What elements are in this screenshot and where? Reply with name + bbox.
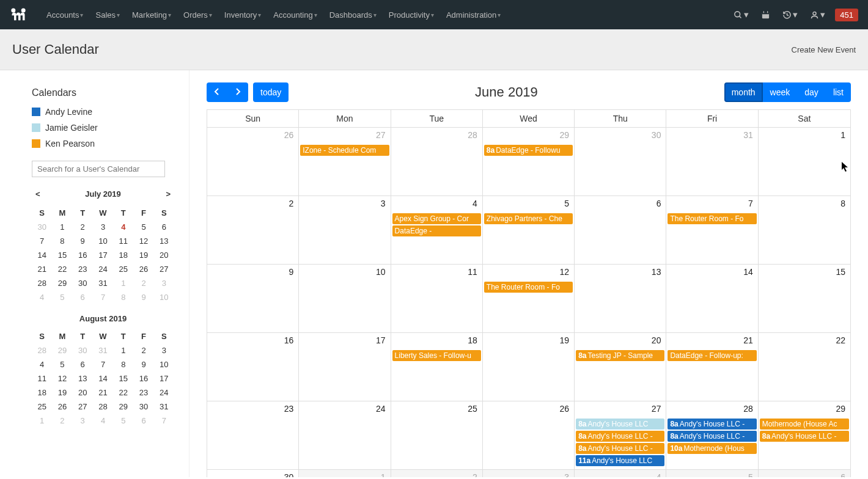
calendar-event[interactable]: 10aMothernode (Hous bbox=[668, 443, 756, 454]
mini-day[interactable]: 23 bbox=[73, 262, 93, 276]
mini-day[interactable]: 5 bbox=[133, 220, 153, 234]
mini-day[interactable]: 11 bbox=[32, 371, 52, 386]
calendar-event[interactable]: DataEdge - Follow-up: bbox=[668, 350, 756, 361]
mini-day[interactable]: 22 bbox=[52, 262, 72, 276]
mini-day[interactable]: 24 bbox=[93, 262, 113, 276]
mini-day[interactable]: 8 bbox=[113, 290, 133, 304]
mini-day[interactable]: 20 bbox=[154, 248, 174, 262]
day-cell[interactable]: 12The Router Room - Fo bbox=[483, 265, 575, 333]
mini-day[interactable]: 6 bbox=[154, 220, 174, 234]
mini-day[interactable]: 18 bbox=[32, 386, 52, 400]
mini-day[interactable]: 13 bbox=[154, 234, 174, 248]
day-cell[interactable]: 18Liberty Sales - Follow-u bbox=[391, 333, 483, 401]
mini-day[interactable]: 10 bbox=[154, 290, 174, 304]
day-cell[interactable]: 30 bbox=[575, 128, 666, 196]
calendar-event[interactable]: 8aDataEdge - Followu bbox=[484, 145, 573, 156]
mini-day[interactable]: 1 bbox=[113, 343, 133, 357]
mini-day[interactable]: 30 bbox=[73, 343, 93, 357]
mini-day[interactable]: 28 bbox=[93, 400, 113, 414]
day-cell[interactable]: 27IZone - Schedule Com bbox=[299, 128, 391, 196]
day-cell[interactable]: 21DataEdge - Follow-up: bbox=[666, 333, 758, 401]
day-cell[interactable]: 22 bbox=[759, 333, 850, 401]
mini-day[interactable]: 6 bbox=[73, 357, 93, 371]
mini-day[interactable]: 2 bbox=[133, 343, 153, 357]
day-cell[interactable]: 4Apex Sign Group - CorDataEdge - bbox=[391, 196, 483, 265]
mini-day[interactable]: 30 bbox=[73, 276, 93, 290]
mini-day[interactable]: 3 bbox=[93, 220, 113, 234]
nav-item-orders[interactable]: Orders▾ bbox=[178, 7, 217, 23]
mini-day[interactable]: 17 bbox=[93, 248, 113, 262]
next-button[interactable] bbox=[227, 82, 248, 102]
day-cell[interactable]: 25 bbox=[391, 401, 483, 470]
mini-day[interactable]: 19 bbox=[52, 386, 72, 400]
day-cell[interactable]: 3 bbox=[483, 470, 575, 477]
create-new-event-link[interactable]: Create New Event bbox=[792, 45, 856, 54]
mini-day[interactable]: 13 bbox=[73, 371, 93, 386]
nav-item-accounts[interactable]: Accounts▾ bbox=[42, 7, 88, 23]
mini-day[interactable]: 10 bbox=[154, 357, 174, 371]
day-cell[interactable]: 29Mothernode (House Ac8aAndy's House LLC… bbox=[759, 401, 850, 470]
day-cell[interactable]: 278aAndy's House LLC8aAndy's House LLC -… bbox=[575, 401, 666, 470]
calendar-event[interactable]: IZone - Schedule Com bbox=[300, 145, 389, 156]
mini-day[interactable]: 14 bbox=[32, 248, 52, 262]
mini-day[interactable]: 26 bbox=[52, 400, 72, 414]
mini-day[interactable]: 9 bbox=[73, 234, 93, 248]
nav-item-productivity[interactable]: Productivity▾ bbox=[384, 7, 439, 23]
calendar-event[interactable]: The Router Room - Fo bbox=[668, 213, 756, 224]
calendar-item[interactable]: Jamie Geisler bbox=[32, 123, 174, 133]
nav-item-marketing[interactable]: Marketing▾ bbox=[127, 7, 176, 23]
mini-day[interactable]: 7 bbox=[93, 290, 113, 304]
mini-day[interactable]: 26 bbox=[133, 262, 153, 276]
mini-day[interactable]: 16 bbox=[73, 248, 93, 262]
mini-day[interactable]: 22 bbox=[113, 386, 133, 400]
day-cell[interactable]: 26 bbox=[483, 401, 575, 470]
mini-day[interactable]: 5 bbox=[52, 290, 72, 304]
day-cell[interactable]: 3 bbox=[299, 196, 391, 265]
mini-day[interactable]: 14 bbox=[93, 371, 113, 386]
day-cell[interactable]: 298aDataEdge - Followu bbox=[483, 128, 575, 196]
day-cell[interactable]: 208aTesting JP - Sample bbox=[575, 333, 666, 401]
day-cell[interactable]: 8 bbox=[759, 196, 850, 265]
mini-day[interactable]: 9 bbox=[133, 357, 153, 371]
calendar-item[interactable]: Ken Pearson bbox=[32, 139, 174, 148]
day-cell[interactable]: 1 bbox=[759, 128, 850, 196]
mini-day[interactable]: 9 bbox=[133, 290, 153, 304]
mini-day[interactable]: 31 bbox=[154, 400, 174, 414]
mini-day[interactable]: 2 bbox=[73, 220, 93, 234]
mini-day[interactable]: 2 bbox=[52, 414, 72, 428]
mini-next-button[interactable]: > bbox=[162, 188, 174, 200]
mini-day[interactable]: 4 bbox=[32, 290, 52, 304]
mini-prev-button[interactable]: < bbox=[32, 188, 44, 200]
mini-day[interactable]: 7 bbox=[154, 414, 174, 428]
calendar-item[interactable]: Andy Levine bbox=[32, 107, 174, 117]
calendar-event[interactable]: Liberty Sales - Follow-u bbox=[392, 350, 481, 361]
mini-day[interactable]: 30 bbox=[133, 400, 153, 414]
mini-day[interactable]: 8 bbox=[52, 234, 72, 248]
day-cell[interactable]: 23 bbox=[207, 401, 299, 470]
mini-day[interactable]: 15 bbox=[52, 248, 72, 262]
mini-day[interactable]: 18 bbox=[113, 248, 133, 262]
prev-button[interactable] bbox=[207, 82, 227, 102]
day-cell[interactable]: 16 bbox=[207, 333, 299, 401]
mini-day[interactable]: 16 bbox=[133, 371, 153, 386]
day-cell[interactable]: 15 bbox=[759, 265, 850, 333]
calendar-event[interactable]: 8aAndy's House LLC - bbox=[668, 419, 756, 430]
mini-day[interactable]: 24 bbox=[154, 386, 174, 400]
mini-day[interactable]: 19 bbox=[133, 248, 153, 262]
day-cell[interactable]: 10 bbox=[299, 265, 391, 333]
mini-day[interactable]: 30 bbox=[32, 220, 52, 234]
mini-day[interactable]: 11 bbox=[113, 234, 133, 248]
day-cell[interactable]: 4 bbox=[575, 470, 666, 477]
history-icon[interactable]: ▾ bbox=[780, 7, 800, 23]
day-cell[interactable]: 30 bbox=[207, 470, 299, 477]
mini-day[interactable]: 21 bbox=[93, 386, 113, 400]
calendar-event[interactable]: 8aTesting JP - Sample bbox=[576, 350, 664, 361]
today-button[interactable]: today bbox=[253, 82, 289, 102]
day-cell[interactable]: 2 bbox=[207, 196, 299, 265]
mini-day[interactable]: 28 bbox=[32, 276, 52, 290]
nav-item-inventory[interactable]: Inventory▾ bbox=[219, 7, 266, 23]
user-icon[interactable]: ▾ bbox=[807, 7, 828, 23]
calendar-event[interactable]: 11aAndy's House LLC bbox=[576, 455, 664, 466]
mini-day[interactable]: 5 bbox=[113, 414, 133, 428]
mini-day[interactable]: 29 bbox=[52, 343, 72, 357]
